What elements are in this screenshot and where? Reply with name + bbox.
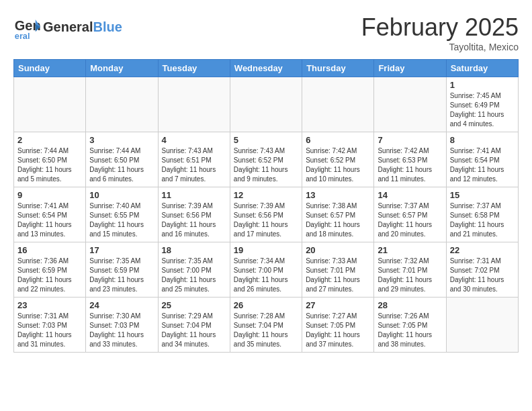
day-number: 1 [450,80,515,90]
day-number: 16 [17,245,82,255]
weekday-header-friday: Friday [374,60,446,77]
week-row-4: 23Sunrise: 7:31 AM Sunset: 7:03 PM Dayli… [14,298,519,353]
day-number: 22 [450,245,515,255]
day-cell: 23Sunrise: 7:31 AM Sunset: 7:03 PM Dayli… [14,298,86,353]
day-number: 7 [378,135,442,145]
day-info: Sunrise: 7:37 AM Sunset: 6:57 PM Dayligh… [378,201,442,239]
day-info: Sunrise: 7:39 AM Sunset: 6:56 PM Dayligh… [234,201,298,239]
logo: Gen eral GeneralBlue [13,13,122,40]
day-cell: 10Sunrise: 7:40 AM Sunset: 6:55 PM Dayli… [86,187,158,242]
day-cell: 1Sunrise: 7:45 AM Sunset: 6:49 PM Daylig… [446,77,518,132]
day-info: Sunrise: 7:28 AM Sunset: 7:04 PM Dayligh… [234,312,298,349]
weekday-header-thursday: Thursday [302,60,374,77]
day-info: Sunrise: 7:36 AM Sunset: 6:59 PM Dayligh… [17,257,82,294]
day-info: Sunrise: 7:44 AM Sunset: 6:50 PM Dayligh… [17,146,82,184]
day-number: 3 [89,135,154,145]
day-info: Sunrise: 7:30 AM Sunset: 7:03 PM Dayligh… [89,312,154,349]
day-number: 14 [378,190,442,200]
day-cell: 9Sunrise: 7:41 AM Sunset: 6:54 PM Daylig… [14,187,86,242]
day-number: 15 [450,190,515,200]
day-cell: 21Sunrise: 7:32 AM Sunset: 7:01 PM Dayli… [374,242,446,298]
weekday-header-wednesday: Wednesday [230,60,302,77]
day-number: 19 [234,245,298,255]
day-cell: 25Sunrise: 7:29 AM Sunset: 7:04 PM Dayli… [158,298,230,353]
day-cell: 7Sunrise: 7:42 AM Sunset: 6:53 PM Daylig… [374,132,446,187]
calendar-table: SundayMondayTuesdayWednesdayThursdayFrid… [13,59,519,353]
day-number: 9 [17,190,82,200]
day-cell [302,77,374,132]
day-number: 8 [450,135,515,145]
day-number: 6 [306,135,370,145]
day-cell: 26Sunrise: 7:28 AM Sunset: 7:04 PM Dayli… [230,298,302,353]
day-number: 28 [378,300,442,310]
day-number: 18 [162,245,226,255]
day-cell: 19Sunrise: 7:34 AM Sunset: 7:00 PM Dayli… [230,242,302,298]
day-cell: 11Sunrise: 7:39 AM Sunset: 6:56 PM Dayli… [158,187,230,242]
day-number: 4 [162,135,226,145]
day-info: Sunrise: 7:29 AM Sunset: 7:04 PM Dayligh… [162,312,226,349]
day-cell: 6Sunrise: 7:42 AM Sunset: 6:52 PM Daylig… [302,132,374,187]
day-info: Sunrise: 7:40 AM Sunset: 6:55 PM Dayligh… [89,201,154,239]
day-info: Sunrise: 7:35 AM Sunset: 6:59 PM Dayligh… [89,257,154,294]
day-info: Sunrise: 7:38 AM Sunset: 6:57 PM Dayligh… [306,201,370,239]
logo-blue: Blue [93,19,122,34]
day-cell: 14Sunrise: 7:37 AM Sunset: 6:57 PM Dayli… [374,187,446,242]
logo-icon: Gen eral [13,13,40,40]
day-info: Sunrise: 7:34 AM Sunset: 7:00 PM Dayligh… [234,257,298,294]
day-info: Sunrise: 7:41 AM Sunset: 6:54 PM Dayligh… [450,146,515,184]
day-info: Sunrise: 7:31 AM Sunset: 7:03 PM Dayligh… [17,312,82,349]
day-info: Sunrise: 7:33 AM Sunset: 7:01 PM Dayligh… [306,257,370,294]
day-info: Sunrise: 7:39 AM Sunset: 6:56 PM Dayligh… [162,201,226,239]
location: Tayoltita, Mexico [361,42,519,52]
day-cell [14,77,86,132]
day-number: 27 [306,300,370,310]
weekday-header-row: SundayMondayTuesdayWednesdayThursdayFrid… [14,60,519,77]
week-row-0: 1Sunrise: 7:45 AM Sunset: 6:49 PM Daylig… [14,77,519,132]
day-cell: 18Sunrise: 7:35 AM Sunset: 7:00 PM Dayli… [158,242,230,298]
day-info: Sunrise: 7:44 AM Sunset: 6:50 PM Dayligh… [89,146,154,184]
day-info: Sunrise: 7:27 AM Sunset: 7:05 PM Dayligh… [306,312,370,349]
day-cell: 27Sunrise: 7:27 AM Sunset: 7:05 PM Dayli… [302,298,374,353]
day-info: Sunrise: 7:37 AM Sunset: 6:58 PM Dayligh… [450,201,515,239]
weekday-header-tuesday: Tuesday [158,60,230,77]
title-block: February 2025 Tayoltita, Mexico [361,13,519,52]
month-title: February 2025 [361,13,519,42]
day-cell: 13Sunrise: 7:38 AM Sunset: 6:57 PM Dayli… [302,187,374,242]
day-number: 26 [234,300,298,310]
day-cell: 16Sunrise: 7:36 AM Sunset: 6:59 PM Dayli… [14,242,86,298]
day-cell: 20Sunrise: 7:33 AM Sunset: 7:01 PM Dayli… [302,242,374,298]
day-cell: 28Sunrise: 7:26 AM Sunset: 7:05 PM Dayli… [374,298,446,353]
svg-text:eral: eral [15,31,30,40]
day-number: 23 [17,300,82,310]
day-number: 5 [234,135,298,145]
day-number: 13 [306,190,370,200]
day-info: Sunrise: 7:43 AM Sunset: 6:51 PM Dayligh… [162,146,226,184]
weekday-header-monday: Monday [86,60,158,77]
day-number: 10 [89,190,154,200]
day-number: 17 [89,245,154,255]
day-cell [158,77,230,132]
day-info: Sunrise: 7:45 AM Sunset: 6:49 PM Dayligh… [450,91,515,129]
day-cell: 3Sunrise: 7:44 AM Sunset: 6:50 PM Daylig… [86,132,158,187]
day-cell [230,77,302,132]
day-number: 11 [162,190,226,200]
weekday-header-saturday: Saturday [446,60,518,77]
day-cell [446,298,518,353]
day-info: Sunrise: 7:42 AM Sunset: 6:52 PM Dayligh… [306,146,370,184]
day-cell: 4Sunrise: 7:43 AM Sunset: 6:51 PM Daylig… [158,132,230,187]
logo-general: General [43,19,93,34]
week-row-1: 2Sunrise: 7:44 AM Sunset: 6:50 PM Daylig… [14,132,519,187]
day-info: Sunrise: 7:31 AM Sunset: 7:02 PM Dayligh… [450,257,515,294]
day-cell: 15Sunrise: 7:37 AM Sunset: 6:58 PM Dayli… [446,187,518,242]
day-cell: 24Sunrise: 7:30 AM Sunset: 7:03 PM Dayli… [86,298,158,353]
day-cell: 8Sunrise: 7:41 AM Sunset: 6:54 PM Daylig… [446,132,518,187]
day-number: 25 [162,300,226,310]
weekday-header-sunday: Sunday [14,60,86,77]
page-header: Gen eral GeneralBlue February 2025 Tayol… [13,13,519,52]
day-number: 24 [89,300,154,310]
day-cell [86,77,158,132]
day-number: 12 [234,190,298,200]
day-cell: 2Sunrise: 7:44 AM Sunset: 6:50 PM Daylig… [14,132,86,187]
day-cell: 12Sunrise: 7:39 AM Sunset: 6:56 PM Dayli… [230,187,302,242]
day-number: 21 [378,245,442,255]
